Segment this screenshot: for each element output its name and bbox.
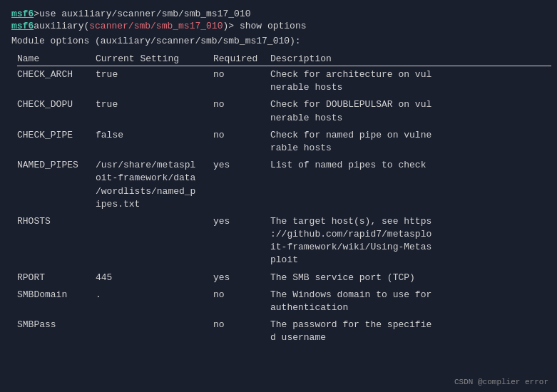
cell-required: no — [213, 287, 270, 316]
table-row: NAMED_PIPES/usr/share/metasploit-framewo… — [17, 157, 551, 213]
cell-description: The Windows domain to use for authentica… — [270, 287, 551, 316]
cell-name: CHECK_ARCH — [17, 66, 96, 97]
cell-name: RHOSTS — [17, 213, 96, 269]
command-line-1: msf6 > use auxiliary/scanner/smb/smb_ms1… — [11, 9, 546, 19]
command-text-1: use auxiliary/scanner/smb/smb_ms17_010 — [39, 9, 250, 19]
module-name-highlight: scanner/smb/smb_ms17_010 — [89, 21, 223, 31]
cell-description: The SMB service port (TCP) — [270, 269, 551, 287]
col-header-required: Required — [213, 53, 270, 66]
cell-name: RPORT — [17, 269, 96, 287]
table-row: RPORT445yesThe SMB service port (TCP) — [17, 269, 551, 287]
cell-required: no — [213, 316, 270, 346]
table-row: CHECK_DOPUtruenoCheck for DOUBLEPULSAR o… — [17, 96, 551, 126]
command-line-2: msf6 auxiliary(scanner/smb/smb_ms17_010)… — [11, 21, 546, 31]
prompt-msf6-1: msf6 — [11, 9, 34, 19]
cell-required: yes — [213, 157, 270, 213]
cell-required: yes — [213, 213, 270, 269]
cell-current: false — [96, 127, 213, 157]
options-table: Name Current Setting Required Descriptio… — [17, 53, 551, 347]
cell-current — [96, 213, 213, 269]
table-row: CHECK_PIPEfalsenoCheck for named pipe on… — [17, 127, 551, 157]
table-header-row: Name Current Setting Required Descriptio… — [17, 53, 551, 66]
cell-name: SMBPass — [17, 316, 96, 346]
cell-required: no — [213, 96, 270, 126]
cell-description: Check for DOUBLEPULSAR on vulnerable hos… — [270, 96, 551, 126]
prompt-arrow-1: > — [34, 9, 39, 19]
cell-current: . — [96, 287, 213, 316]
command-auxiliary-close: ) — [223, 21, 228, 31]
module-options-header: Module options (auxiliary/scanner/smb/sm… — [11, 36, 546, 46]
cell-name: SMBDomain — [17, 287, 96, 316]
cell-description: The target host(s), see https://github.c… — [270, 213, 551, 269]
cell-current: true — [96, 66, 213, 97]
col-header-description: Description — [270, 53, 551, 66]
col-header-current: Current Setting — [96, 53, 213, 66]
cell-current: /usr/share/metasploit-framework/data/wor… — [96, 157, 213, 213]
table-row: SMBDomain.noThe Windows domain to use fo… — [17, 287, 551, 316]
cell-required: no — [213, 127, 270, 157]
command-auxiliary-open: auxiliary( — [34, 21, 89, 31]
cell-description: The password for the specified username — [270, 316, 551, 346]
cell-description: Check for named pipe on vulnerable hosts — [270, 127, 551, 157]
terminal: msf6 > use auxiliary/scanner/smb/smb_ms1… — [0, 0, 557, 392]
cell-current — [96, 316, 213, 346]
cell-name: NAMED_PIPES — [17, 157, 96, 213]
cell-required: no — [213, 66, 270, 97]
table-row: SMBPassnoThe password for the specified … — [17, 316, 551, 346]
watermark: CSDN @complier error — [454, 378, 548, 386]
prompt-msf6-2: msf6 — [11, 21, 34, 31]
cell-current: 445 — [96, 269, 213, 287]
cell-name: CHECK_PIPE — [17, 127, 96, 157]
command-show-options: > show options — [228, 21, 306, 31]
table-row: CHECK_ARCHtruenoCheck for architecture o… — [17, 66, 551, 97]
cell-description: Check for architecture on vulnerable hos… — [270, 66, 551, 97]
cell-name: CHECK_DOPU — [17, 96, 96, 126]
cell-required: yes — [213, 269, 270, 287]
table-row: RHOSTSyesThe target host(s), see https:/… — [17, 213, 551, 269]
col-header-name: Name — [17, 53, 96, 66]
cell-current: true — [96, 96, 213, 126]
cell-description: List of named pipes to check — [270, 157, 551, 213]
